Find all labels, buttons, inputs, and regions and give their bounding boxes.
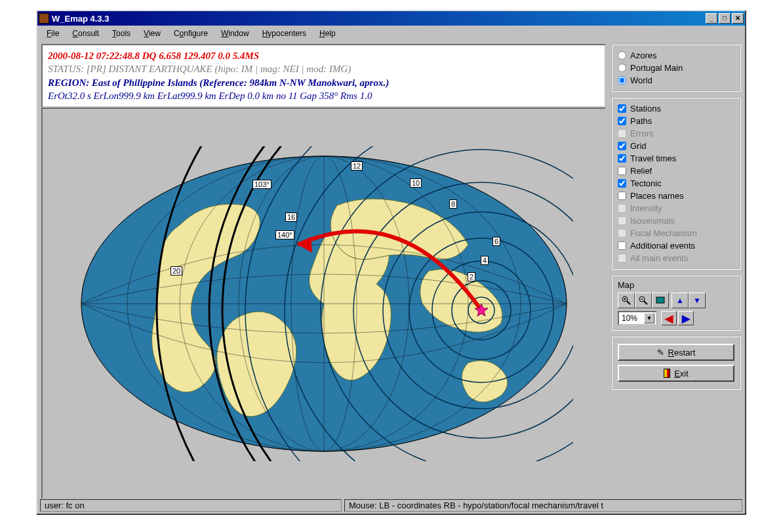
layer-addevents[interactable]: Additional events bbox=[618, 239, 734, 252]
app-window: W_Emap 4.3.3 _ □ ✕ File Consult Tools Vi… bbox=[36, 10, 746, 515]
layer-label: Focal Mechanism bbox=[630, 228, 697, 238]
layer-errors: Errors bbox=[618, 127, 734, 140]
layer-label: All main events bbox=[630, 253, 688, 263]
region-world[interactable]: World bbox=[618, 74, 734, 87]
label-d140: 140° bbox=[275, 230, 294, 239]
menu-view[interactable]: View bbox=[138, 28, 166, 39]
layer-mainevents: All main events bbox=[618, 252, 734, 264]
layer-isoseismals: Isoseismals bbox=[618, 215, 734, 227]
window-title: W_Emap 4.3.3 bbox=[52, 14, 706, 24]
svg-line-23 bbox=[627, 301, 630, 304]
world-map-svg bbox=[75, 146, 573, 461]
layer-focal: Focal Mechanism bbox=[618, 227, 734, 239]
maximize-button[interactable]: □ bbox=[719, 13, 731, 24]
label-t4: 4 bbox=[481, 256, 489, 265]
layer-places[interactable]: Places names bbox=[618, 190, 734, 202]
restart-button[interactable]: ✎ Restart bbox=[618, 344, 734, 361]
layer-label: Additional events bbox=[630, 241, 695, 251]
event-info-box: 2000-08-12 07:22:48.8 DQ 6.658 129.407 0… bbox=[41, 44, 606, 108]
layer-label: Relief bbox=[630, 166, 652, 176]
layer-travel[interactable]: Travel times bbox=[618, 152, 734, 165]
actions-panel: ✎ Restart Exit bbox=[611, 336, 741, 390]
nav-left-button[interactable]: ◀ bbox=[661, 311, 677, 325]
menu-help[interactable]: Help bbox=[314, 28, 341, 39]
layer-paths[interactable]: Paths bbox=[618, 115, 734, 127]
layer-label: Places names bbox=[630, 191, 684, 201]
nav-up-button[interactable]: ▲ bbox=[672, 293, 689, 308]
statusbar: user: fc on Mouse: LB - coordinates RB -… bbox=[37, 499, 745, 514]
layer-grid[interactable]: Grid bbox=[618, 140, 734, 152]
layer-relief[interactable]: Relief bbox=[618, 165, 734, 177]
nav-down-button[interactable]: ▼ bbox=[689, 293, 706, 308]
map-controls-panel: Map ▲ ▼ 10% ▼ bbox=[611, 275, 741, 331]
arrow-right-icon: ▶ bbox=[682, 312, 690, 325]
menu-configure[interactable]: Configure bbox=[169, 28, 213, 39]
menu-window[interactable]: Window bbox=[216, 28, 254, 39]
label-t6: 6 bbox=[492, 237, 500, 246]
zoom-out-icon bbox=[639, 296, 648, 305]
zoom-value: 10% bbox=[622, 314, 637, 323]
layer-label: Paths bbox=[630, 116, 652, 126]
layer-tectonic[interactable]: Tectonic bbox=[618, 177, 734, 190]
menu-hypocenters[interactable]: Hypocenters bbox=[257, 28, 311, 39]
status-user: user: fc on bbox=[40, 499, 342, 512]
layer-label: Errors bbox=[630, 129, 653, 138]
screen-icon bbox=[656, 296, 665, 305]
zoom-in-button[interactable] bbox=[618, 293, 635, 308]
layer-label: Isoseismals bbox=[630, 216, 675, 226]
info-status: STATUS: [PR] DISTANT EARTHQUAKE (hipo: I… bbox=[48, 62, 599, 75]
layer-label: Travel times bbox=[630, 153, 676, 163]
info-errors: ErOt32.0 s ErLon999.9 km ErLat999.9 km E… bbox=[48, 89, 599, 102]
label-t10: 10 bbox=[410, 178, 422, 188]
titlebar: W_Emap 4.3.3 _ □ ✕ bbox=[37, 11, 745, 26]
label-t12: 12 bbox=[351, 161, 363, 171]
arrow-left-icon: ◀ bbox=[665, 312, 673, 325]
info-region: REGION: East of Philippine Islands (Refe… bbox=[48, 76, 599, 89]
label-t16: 16 bbox=[285, 213, 297, 222]
status-mouse-hints: Mouse: LB - coordinates RB - hypo/statio… bbox=[344, 499, 742, 512]
arrow-down-icon: ▼ bbox=[693, 296, 701, 305]
map-canvas[interactable]: 2 4 6 8 10 12 16 20 103° 140° bbox=[41, 108, 606, 499]
region-panel: Azores Portugal Main World bbox=[611, 44, 741, 92]
nav-right-button[interactable]: ▶ bbox=[678, 311, 694, 325]
menu-tools[interactable]: Tools bbox=[107, 28, 136, 39]
fit-screen-button[interactable] bbox=[652, 293, 669, 308]
label-t2: 2 bbox=[468, 272, 475, 281]
layers-panel: StationsPathsErrorsGridTravel timesRelie… bbox=[611, 97, 741, 270]
label-t8: 8 bbox=[449, 199, 457, 209]
zoom-out-button[interactable] bbox=[635, 293, 652, 308]
layer-intensity: Intensity bbox=[618, 202, 734, 215]
label-t20: 20 bbox=[170, 266, 182, 276]
region-portugal[interactable]: Portugal Main bbox=[618, 62, 734, 74]
arrow-up-icon: ▲ bbox=[676, 296, 684, 305]
info-datetime-loc: 2000-08-12 07:22:48.8 DQ 6.658 129.407 0… bbox=[48, 49, 599, 62]
layer-label: Intensity bbox=[630, 203, 662, 213]
minimize-button[interactable]: _ bbox=[706, 13, 717, 24]
menubar: File Consult Tools View Configure Window… bbox=[37, 26, 745, 41]
exit-button[interactable]: Exit bbox=[618, 365, 734, 382]
region-azores[interactable]: Azores bbox=[618, 49, 734, 62]
layer-label: Tectonic bbox=[630, 178, 662, 188]
menu-consult[interactable]: Consult bbox=[67, 28, 104, 39]
app-icon bbox=[39, 13, 49, 24]
svg-line-27 bbox=[644, 301, 647, 304]
door-icon bbox=[664, 369, 670, 378]
svg-rect-29 bbox=[656, 297, 664, 303]
layer-label: Grid bbox=[630, 141, 647, 151]
map-controls-label: Map bbox=[618, 280, 734, 290]
pencil-icon: ✎ bbox=[657, 348, 664, 358]
dropdown-icon: ▼ bbox=[644, 313, 654, 323]
label-d103: 103° bbox=[252, 180, 271, 189]
layer-label: Stations bbox=[630, 104, 661, 113]
close-button[interactable]: ✕ bbox=[732, 13, 744, 24]
layer-stations[interactable]: Stations bbox=[618, 102, 734, 115]
zoom-in-icon bbox=[622, 296, 631, 305]
zoom-select[interactable]: 10% ▼ bbox=[618, 311, 657, 325]
menu-file[interactable]: File bbox=[41, 28, 64, 39]
